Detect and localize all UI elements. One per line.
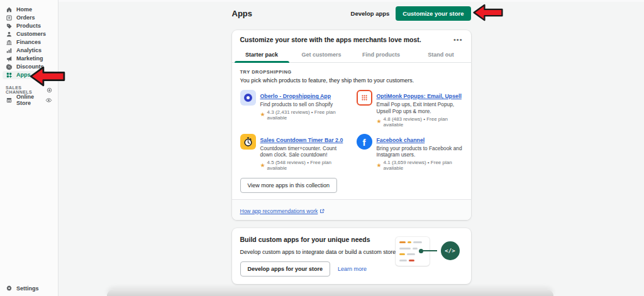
bottom-window-edge: [107, 289, 553, 296]
app-rating-text: 4.3 (2,431 reviews) • Free plan availabl…: [267, 109, 347, 121]
sidebar-channel-item[interactable]: Online Store: [3, 96, 55, 104]
app-rating: ★ 4.5 (548 reviews) • Free plan availabl…: [260, 160, 347, 171]
recommended-apps-card-footer: How app recommendations work: [232, 199, 471, 220]
sidebar-nav-item-label: Orders: [16, 14, 35, 22]
card-overflow-menu-icon[interactable]: •••: [453, 37, 463, 42]
tab-label: Starter pack: [245, 52, 278, 58]
app-rating: ★ 4.3 (2,431 reviews) • Free plan availa…: [260, 109, 347, 121]
orders-icon: [6, 14, 13, 21]
home-icon: [6, 6, 13, 13]
plus-circle-icon[interactable]: [47, 87, 52, 93]
app-description: Find products to sell on Shopify: [260, 101, 347, 108]
view-more-apps-button[interactable]: View more apps in this collection: [240, 178, 337, 193]
external-link-icon: [319, 209, 325, 214]
app-name-link[interactable]: Sales Countdown Timer Bar 2.0: [260, 137, 343, 143]
app-recommendation-item: OptiMonk Popups: Email, Upsell Email Pop…: [357, 89, 463, 128]
customize-your-store-button[interactable]: Customize your store: [396, 6, 470, 21]
apps-icon: [6, 72, 13, 79]
discounts-icon: [6, 63, 13, 70]
sidebar-nav-item-label: Analytics: [16, 47, 42, 55]
sidebar-nav-item[interactable]: Marketing: [3, 55, 55, 63]
collection-tab[interactable]: Stand out: [411, 48, 471, 62]
sidebar-nav-item-label: Products: [16, 22, 41, 30]
app-name-link[interactable]: OptiMonk Popups: Email, Upsell: [377, 93, 462, 99]
sidebar-nav-item-label: Marketing: [16, 55, 43, 63]
star-icon: ★: [377, 163, 382, 168]
learn-more-link[interactable]: Learn more: [338, 266, 367, 272]
section-description: You pick which products to feature, they…: [240, 77, 463, 84]
top-strip: [58, 0, 644, 2]
star-icon: ★: [260, 163, 265, 168]
sidebar-nav-item[interactable]: Products: [3, 22, 55, 30]
app-rating-text: 4.5 (548 reviews) • Free plan available: [267, 160, 347, 171]
app-recommendation-item: f Facebook channel Bring your products t…: [357, 133, 463, 172]
star-icon: ★: [260, 112, 265, 118]
develop-apps-for-store-button[interactable]: Develop apps for your store: [240, 261, 331, 277]
header-actions: Develop apps Customize your store: [351, 6, 471, 21]
star-icon: ★: [377, 119, 382, 124]
tab-label: Find products: [362, 52, 400, 58]
tabs: Starter pack Get customers Find products…: [232, 48, 471, 63]
facebook-app-icon: f: [357, 134, 372, 150]
sidebar-nav-item[interactable]: Finances: [3, 38, 55, 47]
app-rating-text: 4.8 (483 reviews) • Free plan available: [384, 116, 463, 128]
sidebar: Home Orders Products Customers Finances …: [0, 0, 58, 296]
document-illustration: [396, 237, 430, 266]
code-icon: </>: [441, 241, 460, 260]
recommended-apps-card-body: TRY DROPSHIPPING You pick which products…: [232, 63, 471, 199]
app-recommendation-item: Oberlo - Dropshipping App Find products …: [240, 89, 347, 128]
sidebar-nav-item-label: Home: [16, 6, 32, 14]
recommended-apps-card: Customize your store with the apps merch…: [232, 30, 471, 220]
countdown-timer-app-icon: [240, 134, 256, 150]
red-arrow-annotation-customize-button: [472, 4, 504, 21]
app-name-link[interactable]: Facebook channel: [377, 137, 425, 143]
connector-line: [421, 250, 437, 251]
app-text: Facebook channel Bring your products to …: [377, 133, 463, 172]
app-name-link[interactable]: Oberlo - Dropshipping App: [260, 93, 331, 99]
app-rating: ★ 4.8 (483 reviews) • Free plan availabl…: [377, 116, 463, 128]
recommended-apps-card-title: Customize your store with the apps merch…: [240, 36, 421, 43]
storefront-icon: [6, 97, 13, 104]
eye-icon[interactable]: [45, 97, 52, 104]
app-text: Sales Countdown Timer Bar 2.0 Countdown …: [260, 133, 347, 172]
sidebar-channel-item-label: Online Store: [16, 94, 38, 106]
custom-apps-illustration: </>: [396, 237, 450, 266]
app-text: Oberlo - Dropshipping App Find products …: [260, 89, 347, 121]
app-text: OptiMonk Popups: Email, Upsell Email Pop…: [377, 89, 463, 128]
sidebar-nav-item[interactable]: Orders: [3, 14, 55, 22]
collection-tab[interactable]: Get customers: [292, 48, 352, 62]
app-description: Email Pop ups, Exit Intent Popup, Upsell…: [377, 101, 463, 115]
sidebar-nav-item[interactable]: Analytics: [3, 47, 55, 55]
settings-label: Settings: [16, 285, 39, 292]
tab-label: Get customers: [301, 52, 341, 58]
collection-tab[interactable]: Find products: [352, 48, 411, 62]
analytics-icon: [6, 47, 13, 54]
section-heading: TRY DROPSHIPPING: [240, 69, 463, 75]
apps-grid: Oberlo - Dropshipping App Find products …: [240, 89, 463, 171]
sidebar-nav-item-label: Customers: [16, 30, 46, 38]
sidebar-channels: Online Store: [0, 96, 58, 104]
sales-channels-header: SALES CHANNELS: [6, 85, 52, 94]
gear-icon: [6, 285, 13, 292]
app-rating-text: 4.1 (3,659 reviews) • Free plan availabl…: [384, 160, 463, 171]
how-recommendations-work-link[interactable]: How app recommendations work: [240, 208, 325, 214]
sidebar-nav-item-label: Finances: [16, 38, 41, 47]
optimonk-app-icon: [357, 90, 372, 106]
oberlo-app-icon: [240, 90, 256, 106]
main-content-area: Apps Develop apps Customize your store C…: [58, 0, 644, 296]
finances-icon: [6, 39, 13, 46]
sidebar-nav-item[interactable]: Customers: [3, 30, 55, 38]
sidebar-item-settings[interactable]: Settings: [3, 285, 55, 292]
red-arrow-annotation-apps-nav: [28, 66, 67, 87]
tab-label: Stand out: [428, 52, 454, 58]
develop-apps-button[interactable]: Develop apps: [351, 10, 390, 17]
sidebar-nav-item[interactable]: Home: [3, 6, 55, 14]
app-description: Bring your products to Facebook and Inst…: [377, 145, 463, 159]
sales-channels-label: SALES CHANNELS: [6, 85, 47, 94]
app-description: Countdown timer+counter. Count down cloc…: [260, 145, 347, 159]
collection-tab[interactable]: Starter pack: [232, 48, 292, 62]
page-title: Apps: [232, 9, 253, 18]
customers-icon: [6, 31, 13, 38]
custom-apps-card: Build custom apps for your unique needs …: [232, 228, 471, 284]
how-recommendations-work-label: How app recommendations work: [240, 208, 318, 214]
